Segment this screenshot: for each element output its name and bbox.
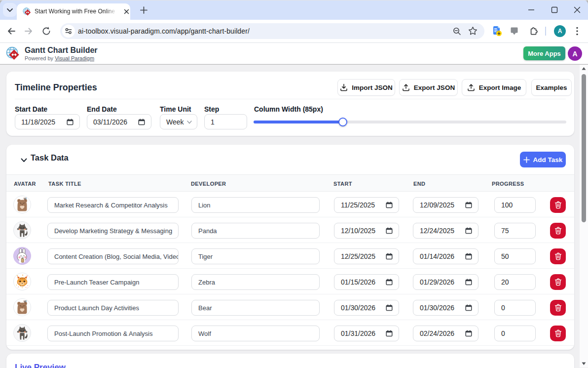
svg-text:HI!: HI! (24, 198, 27, 200)
svg-text:HI!: HI! (24, 300, 27, 303)
